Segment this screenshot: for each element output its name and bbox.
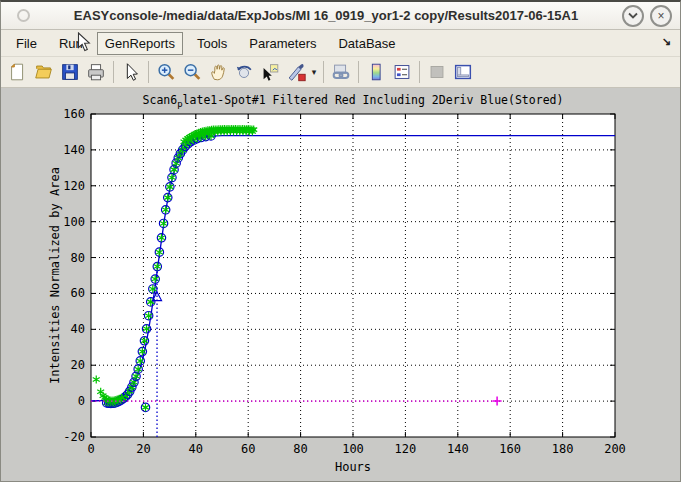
rotate-icon (233, 61, 255, 83)
svg-text:20: 20 (71, 358, 85, 372)
svg-text:Scan6plate1-Spot#1 Filtered Re: Scan6plate1-Spot#1 Filtered Red Includin… (143, 93, 564, 109)
printer-icon (85, 61, 107, 83)
hand-icon (207, 61, 229, 83)
figure-canvas: 020406080100120140160180200-200204060801… (1, 88, 680, 482)
pointer-tool-button[interactable] (118, 59, 144, 85)
svg-text:80: 80 (71, 251, 85, 265)
menu-tools[interactable]: Tools (189, 32, 235, 55)
svg-text:180: 180 (552, 442, 574, 456)
svg-text:60: 60 (71, 286, 85, 300)
menu-file[interactable]: File (8, 32, 45, 55)
menubar: File Run GenReports Tools Parameters Dat… (1, 30, 680, 57)
svg-text:Hours: Hours (335, 460, 371, 474)
insert-colorbar-button[interactable] (363, 59, 389, 85)
svg-text:140: 140 (447, 442, 469, 456)
svg-text:-20: -20 (63, 430, 85, 444)
menu-run[interactable]: Run (51, 32, 91, 55)
zoom-out-icon (181, 61, 203, 83)
svg-text:120: 120 (63, 179, 85, 193)
svg-text:160: 160 (499, 442, 521, 456)
toolbar-separator (358, 61, 359, 83)
brush-icon (285, 61, 307, 83)
toolbar-separator (148, 61, 149, 83)
legend-icon (391, 61, 413, 83)
window-menu-icon[interactable] (17, 9, 30, 22)
window-title: EASYconsole-/media/data/ExpJobs/MI 16_09… (30, 8, 622, 23)
arrow-pointer-icon (120, 61, 142, 83)
svg-text:100: 100 (342, 442, 364, 456)
figure-toolbar: ▾ (1, 57, 680, 88)
dock-figure-icon[interactable]: ↘ (662, 35, 671, 48)
minimize-button[interactable] (622, 5, 644, 27)
toolbar-separator (419, 61, 420, 83)
svg-text:60: 60 (241, 442, 255, 456)
datatip-icon (259, 61, 281, 83)
toolbar-separator (323, 61, 324, 83)
rotate-3d-button[interactable] (231, 59, 257, 85)
svg-text:20: 20 (136, 442, 150, 456)
new-figure-button[interactable] (5, 59, 31, 85)
close-button[interactable]: × (650, 5, 672, 27)
svg-text:0: 0 (78, 394, 85, 408)
zoom-in-button[interactable] (153, 59, 179, 85)
brush-button[interactable] (283, 59, 309, 85)
easyconsole-window: EASYconsole-/media/data/ExpJobs/MI 16_09… (0, 0, 681, 482)
growth-curve-plot: 020406080100120140160180200-200204060801… (1, 88, 680, 482)
chevron-down-icon (628, 12, 638, 19)
new-figure-icon (7, 61, 29, 83)
svg-text:140: 140 (63, 143, 85, 157)
open-folder-icon (33, 61, 55, 83)
hide-plot-tools-button[interactable] (424, 59, 450, 85)
menu-database[interactable]: DataBase (330, 32, 403, 55)
colorbar-icon (365, 61, 387, 83)
svg-text:0: 0 (87, 442, 94, 456)
show-plot-tools-icon (452, 61, 474, 83)
print-figure-button[interactable] (83, 59, 109, 85)
hide-plot-tools-icon (426, 61, 448, 83)
menu-genreports[interactable]: GenReports (97, 32, 183, 55)
open-file-button[interactable] (31, 59, 57, 85)
svg-text:100: 100 (63, 215, 85, 229)
zoom-out-button[interactable] (179, 59, 205, 85)
insert-legend-button[interactable] (389, 59, 415, 85)
save-figure-button[interactable] (57, 59, 83, 85)
brush-dropdown-icon[interactable]: ▾ (309, 67, 319, 77)
toolbar-separator (113, 61, 114, 83)
svg-text:200: 200 (604, 442, 626, 456)
show-plot-tools-button[interactable] (450, 59, 476, 85)
svg-text:160: 160 (63, 107, 85, 121)
titlebar: EASYconsole-/media/data/ExpJobs/MI 16_09… (1, 2, 680, 30)
svg-text:120: 120 (395, 442, 417, 456)
menu-parameters[interactable]: Parameters (241, 32, 324, 55)
link-plot-button[interactable] (328, 59, 354, 85)
svg-text:40: 40 (71, 322, 85, 336)
zoom-in-icon (155, 61, 177, 83)
save-icon (59, 61, 81, 83)
link-chain-icon (330, 61, 352, 83)
pan-button[interactable] (205, 59, 231, 85)
data-cursor-button[interactable] (257, 59, 283, 85)
svg-text:80: 80 (293, 442, 307, 456)
svg-text:Intensities Normalized by Area: Intensities Normalized by Area (48, 167, 62, 384)
svg-text:40: 40 (189, 442, 203, 456)
